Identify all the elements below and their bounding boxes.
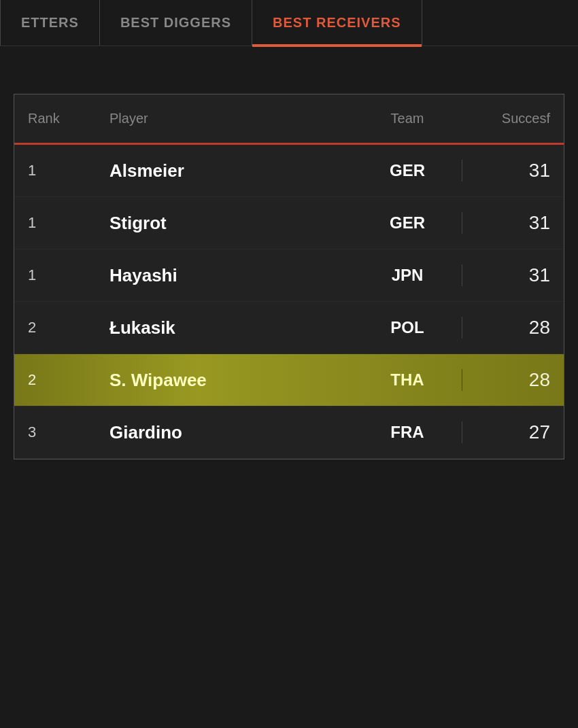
tab-receivers[interactable]: BEST RECEIVERS bbox=[252, 0, 422, 46]
spacer bbox=[0, 46, 578, 87]
cell-team: GER bbox=[353, 213, 462, 232]
tab-setters[interactable]: ETTERS bbox=[0, 0, 100, 46]
cell-player: Stigrot bbox=[109, 213, 353, 234]
cell-rank: 3 bbox=[28, 423, 109, 441]
header-rank: Rank bbox=[28, 111, 109, 126]
cell-team: POL bbox=[353, 318, 462, 337]
cell-player: Hayashi bbox=[109, 265, 353, 286]
cell-player: Alsmeier bbox=[109, 160, 353, 181]
cell-team: FRA bbox=[353, 423, 462, 442]
cell-rank: 1 bbox=[28, 214, 109, 232]
header-player: Player bbox=[109, 111, 353, 126]
table-row: 3 Giardino FRA 27 bbox=[14, 406, 564, 459]
table-row: 1 Hayashi JPN 31 bbox=[14, 249, 564, 302]
cell-rank: 1 bbox=[28, 162, 109, 179]
cell-rank: 1 bbox=[28, 266, 109, 284]
table-row: 1 Alsmeier GER 31 bbox=[14, 145, 564, 197]
cell-success: 31 bbox=[462, 212, 550, 234]
table-body: 1 Alsmeier GER 31 1 Stigrot GER 31 1 Hay… bbox=[14, 145, 564, 459]
tab-diggers[interactable]: BEST DIGGERS bbox=[100, 0, 252, 46]
cell-success: 28 bbox=[462, 317, 550, 339]
cell-rank: 2 bbox=[28, 371, 109, 389]
table-header: Rank Player Team Succesf bbox=[14, 94, 564, 145]
table-container: Rank Player Team Succesf 1 Alsmeier GER … bbox=[14, 94, 564, 460]
cell-player: Giardino bbox=[109, 422, 353, 443]
cell-success: 27 bbox=[462, 421, 550, 443]
cell-success: 31 bbox=[462, 160, 550, 181]
cell-team: JPN bbox=[353, 266, 462, 285]
cell-success: 28 bbox=[462, 369, 550, 391]
cell-player: Łukasik bbox=[109, 317, 353, 339]
cell-player: S. Wipawee bbox=[109, 370, 353, 391]
header-success: Succesf bbox=[462, 111, 550, 126]
table-row-highlighted: 2 S. Wipawee THA 28 bbox=[14, 354, 564, 406]
cell-rank: 2 bbox=[28, 319, 109, 336]
cell-team: GER bbox=[353, 161, 462, 180]
header-team: Team bbox=[353, 111, 462, 126]
table-row: 2 Łukasik POL 28 bbox=[14, 302, 564, 354]
table-row: 1 Stigrot GER 31 bbox=[14, 197, 564, 249]
cell-success: 31 bbox=[462, 264, 550, 286]
cell-team: THA bbox=[353, 370, 462, 389]
tabs-container: ETTERS BEST DIGGERS BEST RECEIVERS bbox=[0, 0, 578, 46]
